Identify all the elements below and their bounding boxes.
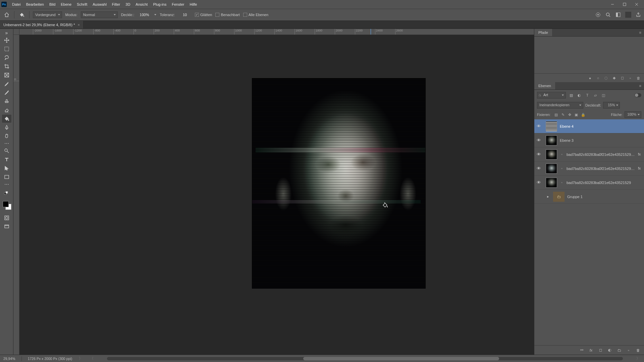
paths-tab[interactable]: Pfade — [534, 29, 552, 36]
filter-shape-icon[interactable]: ▱ — [593, 93, 598, 98]
menu-window[interactable]: Fenster — [169, 0, 187, 9]
marquee-tool[interactable] — [2, 45, 11, 53]
stroke-path-icon[interactable]: ○ — [596, 76, 600, 80]
layer-name[interactable]: Gruppe 1 — [567, 195, 641, 199]
foreground-color-swatch[interactable] — [3, 201, 9, 207]
fill-source-dropdown[interactable]: Vordergrund — [33, 11, 62, 18]
horizontal-scrollbar[interactable] — [107, 357, 623, 360]
cloud-sync-icon[interactable] — [595, 12, 601, 18]
eyedropper-tool[interactable] — [2, 80, 11, 88]
scroll-right-icon[interactable]: 〉 — [636, 356, 641, 361]
visibility-toggle-icon[interactable]: 👁 — [534, 180, 543, 185]
lock-all-icon[interactable]: 🔒 — [581, 112, 585, 117]
dodge-tool[interactable] — [2, 147, 11, 155]
layer-name[interactable]: bad7ba82c60283ba0f21e62e43521529 Kopie 3 — [567, 167, 635, 171]
new-adjustment-layer-icon[interactable]: ◐ — [607, 348, 612, 353]
status-flyout-icon[interactable]: 〉 — [78, 356, 83, 361]
visibility-toggle-icon[interactable]: 👁 — [534, 152, 543, 157]
layer-opacity-input[interactable]: 15% — [603, 102, 620, 109]
toolbar-collapse-icon[interactable]: » — [2, 30, 11, 36]
menu-file[interactable]: Datei — [9, 0, 23, 9]
lock-position-icon[interactable]: ✥ — [567, 112, 572, 117]
lock-artboard-icon[interactable]: ▣ — [574, 112, 579, 117]
selection-to-path-icon[interactable]: ◆ — [612, 76, 616, 80]
fill-path-icon[interactable]: ● — [588, 76, 592, 80]
layer-thumbnail[interactable] — [546, 135, 557, 145]
pen-tool[interactable] — [2, 123, 11, 131]
paint-bucket-tool[interactable] — [2, 115, 11, 123]
visibility-toggle-icon[interactable]: 👁 — [534, 138, 543, 143]
path-to-selection-icon[interactable]: ◌ — [604, 76, 608, 80]
artboard[interactable] — [252, 78, 425, 288]
menu-help[interactable]: Hilfe — [187, 0, 200, 9]
group-thumbnail[interactable]: 🗀 — [553, 192, 565, 202]
window-maximize-button[interactable] — [619, 1, 631, 8]
antialias-checkbox[interactable]: ✓Glätten — [195, 13, 212, 17]
layer-thumbnail[interactable] — [546, 178, 557, 188]
filter-pixel-icon[interactable]: ▧ — [569, 93, 574, 98]
document-dimensions[interactable]: 1726 Px x 2000 Px (300 ppi) — [28, 357, 72, 361]
ruler-origin[interactable] — [13, 29, 19, 35]
workspace-switcher-icon[interactable] — [615, 12, 621, 18]
visibility-toggle-icon[interactable]: 👁 — [534, 124, 543, 129]
add-mask-icon[interactable]: ◻ — [598, 348, 603, 353]
vertical-ruler[interactable]: 0 — [13, 35, 19, 355]
menu-view[interactable]: Ansicht — [133, 0, 150, 9]
scrollbar-thumb[interactable] — [303, 357, 499, 360]
crop-tool[interactable] — [2, 62, 11, 70]
layer-row[interactable]: 👁 ▫ bad7ba82c60283ba0f21e62e43521529 Kop… — [534, 147, 644, 162]
opacity-stepper-icon[interactable] — [154, 14, 156, 15]
menu-image[interactable]: Bild — [47, 0, 58, 9]
new-group-icon[interactable]: 🗀 — [616, 348, 622, 353]
layer-row[interactable]: 👁 ▫ bad7ba82c60283ba0f21e62e43521529 — [534, 176, 644, 190]
all-layers-checkbox[interactable]: Alle Ebenen — [243, 13, 268, 17]
filter-adjustment-icon[interactable]: ◐ — [577, 93, 582, 98]
delete-layer-icon[interactable]: 🗑 — [635, 348, 641, 353]
layer-filter-type-dropdown[interactable]: Art — [537, 92, 566, 99]
menu-layer[interactable]: Ebene — [58, 0, 74, 9]
layer-thumbnail[interactable] — [546, 164, 557, 174]
layer-name[interactable]: Ebene 3 — [560, 138, 641, 142]
visibility-toggle-icon[interactable]: 👁 — [534, 166, 543, 171]
clone-stamp-tool[interactable] — [2, 97, 11, 105]
home-icon[interactable] — [3, 11, 11, 19]
move-tool[interactable] — [2, 36, 11, 44]
filter-type-icon[interactable]: T — [585, 93, 590, 98]
frame-tool[interactable] — [2, 71, 11, 79]
color-swatches[interactable] — [2, 200, 11, 210]
group-expand-icon[interactable]: ▸ — [546, 194, 550, 199]
opacity-input[interactable]: 100% — [138, 12, 151, 17]
canvas[interactable] — [19, 35, 534, 355]
menu-edit[interactable]: Bearbeiten — [23, 0, 47, 9]
edit-toolbar-icon[interactable]: ⋯ — [2, 182, 11, 187]
filter-smartobject-icon[interactable]: ◫ — [601, 93, 606, 98]
layer-thumbnail[interactable] — [546, 121, 557, 131]
layer-fill-input[interactable]: 100% — [625, 111, 641, 118]
lock-transparency-icon[interactable]: ▨ — [554, 112, 558, 117]
window-minimize-button[interactable] — [606, 1, 619, 8]
link-layers-icon[interactable]: ⚯ — [579, 348, 584, 353]
layers-tab[interactable]: Ebenen — [534, 82, 555, 89]
path-selection-tool[interactable] — [2, 164, 11, 172]
document-tab[interactable]: Unbenannt-2 bei 29,9% (Ebene 4, RGB/8) *… — [0, 21, 84, 28]
layer-style-icon[interactable]: fx — [588, 348, 594, 353]
filter-toggle[interactable] — [635, 93, 641, 97]
new-path-icon[interactable]: ▫ — [628, 76, 633, 80]
brush-tool[interactable] — [2, 88, 11, 97]
layer-row[interactable]: 👁 Ebene 3 — [534, 133, 644, 147]
layer-name[interactable]: Ebene 4 — [560, 124, 641, 128]
zoom-level[interactable]: 29,94% — [3, 357, 15, 361]
horizontal-ruler[interactable]: -2000 -1600 -1200 -800 -400 0 200 400 60… — [19, 29, 534, 35]
search-icon[interactable] — [605, 12, 611, 18]
layer-row[interactable]: 👁 ▫ bad7ba82c60283ba0f21e62e43521529 Kop… — [534, 162, 644, 176]
paint-bucket-tool-icon[interactable] — [18, 11, 26, 19]
layer-name[interactable]: bad7ba82c60283ba0f21e62e43521529 — [567, 181, 641, 185]
scroll-left-icon[interactable]: 〈 — [89, 356, 94, 361]
hand-tool[interactable] — [2, 132, 11, 140]
menu-type[interactable]: Schrift — [74, 0, 90, 9]
lock-pixels-icon[interactable]: ✎ — [560, 112, 565, 117]
quick-mask-icon[interactable] — [2, 214, 11, 222]
panel-menu-icon[interactable]: ≡ — [637, 29, 644, 36]
lasso-tool[interactable] — [2, 54, 11, 62]
layer-group-row[interactable]: ▸ 🗀 Gruppe 1 — [534, 190, 644, 204]
